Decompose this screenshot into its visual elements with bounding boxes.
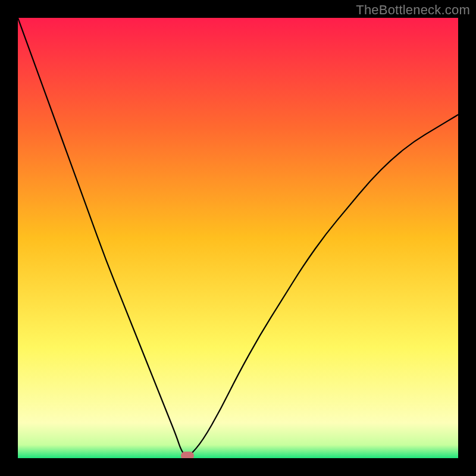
chart-frame: TheBottleneck.com (0, 0, 476, 476)
chart-svg (18, 18, 458, 458)
gradient-background (18, 18, 458, 458)
optimum-marker (181, 452, 194, 458)
plot-area (18, 18, 458, 458)
watermark-text: TheBottleneck.com (356, 2, 470, 18)
